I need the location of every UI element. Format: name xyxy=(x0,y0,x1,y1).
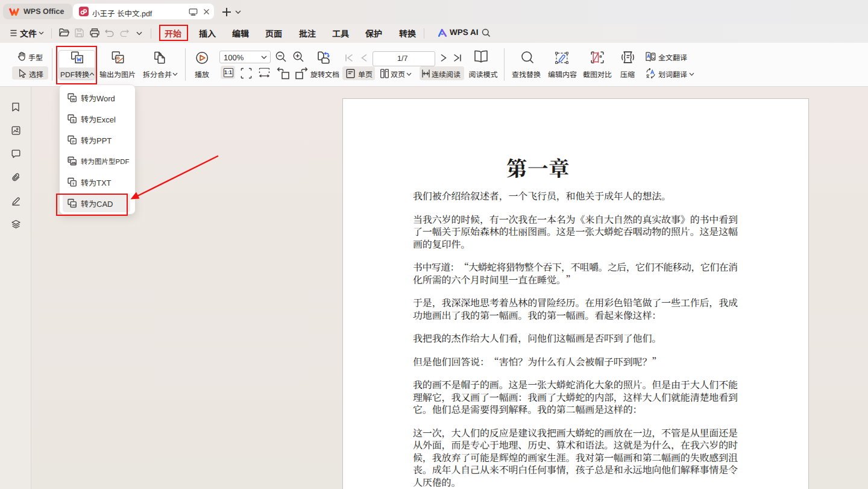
svg-text:S: S xyxy=(72,119,75,123)
svg-text:P: P xyxy=(72,140,75,144)
svg-text:W: W xyxy=(72,98,75,102)
svg-text:T: T xyxy=(72,182,75,186)
